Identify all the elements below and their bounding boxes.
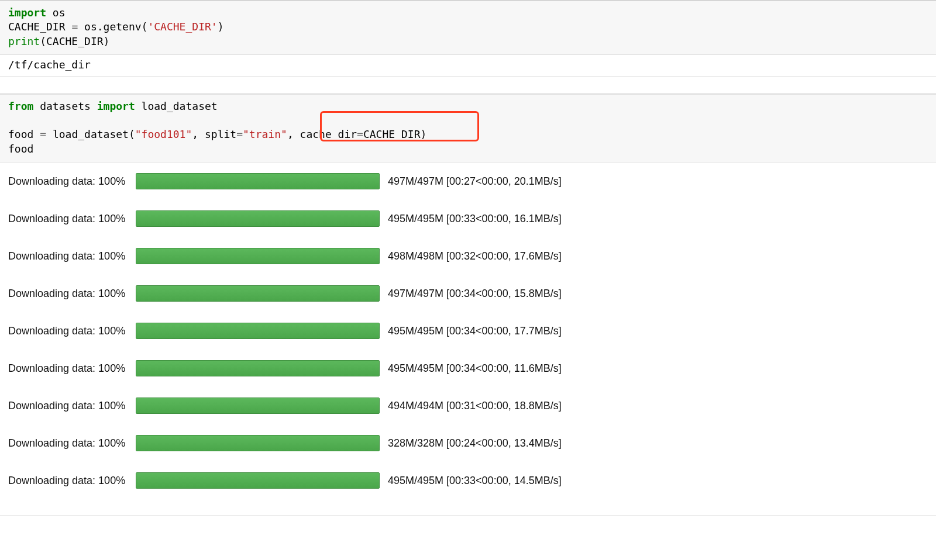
progress-bar [136,248,380,264]
notebook-view: import os CACHE_DIR = os.getenv('CACHE_D… [0,0,936,516]
progress-row: Downloading data: 100%497M/497M [00:27<0… [8,173,928,189]
progress-bar-fill [136,435,379,451]
progress-stats: 495M/495M [00:34<00:00, 17.7MB/s] [388,325,562,337]
progress-stats: 328M/328M [00:24<00:00, 13.4MB/s] [388,437,562,450]
progress-bar-fill [136,286,379,301]
train-string: "train" [243,128,287,140]
progress-bar-fill [136,473,379,488]
progress-stats: 497M/497M [00:27<00:00, 20.1MB/s] [388,175,562,188]
mod-datasets: datasets [33,100,97,112]
equals-op-2: = [40,128,53,140]
progress-bar-fill [136,174,379,189]
kw-from: from [8,100,33,112]
progress-bar [136,472,380,489]
progress-bar [136,397,380,414]
progress-label: Downloading data: 100% [8,175,136,188]
code-cell-1-output: /tf/cache_dir [0,55,936,77]
progress-stats: 497M/497M [00:34<00:00, 15.8MB/s] [388,288,562,300]
progress-stats: 495M/495M [00:33<00:00, 14.5MB/s] [388,475,562,487]
progress-label: Downloading data: 100% [8,437,136,450]
cache-dir-string: 'CACHE_DIR' [147,20,217,33]
code-cell-2[interactable]: from datasets import load_dataset food =… [0,94,936,516]
progress-row: Downloading data: 100%494M/494M [00:31<0… [8,397,928,414]
code-cell-1[interactable]: import os CACHE_DIR = os.getenv('CACHE_D… [0,0,936,77]
split-kw: , split [192,128,236,140]
progress-stats: 495M/495M [00:33<00:00, 16.1MB/s] [388,213,562,225]
progress-bar-fill [136,398,379,413]
food-expr: food [8,143,33,155]
progress-label: Downloading data: 100% [8,288,136,300]
equals-op: = [71,20,84,33]
cache-dir-kw: , cache_dir [287,128,357,140]
code-cell-1-input[interactable]: import os CACHE_DIR = os.getenv('CACHE_D… [0,1,936,55]
progress-label: Downloading data: 100% [8,213,136,225]
getenv-call-a: os.getenv( [84,20,147,33]
cache-dir-lhs: CACHE_DIR [8,20,71,33]
print-arg: (CACHE_DIR) [40,35,109,47]
progress-stats: 498M/498M [00:32<00:00, 17.6MB/s] [388,250,562,262]
progress-bar [136,285,380,302]
kw-import: import [8,6,46,19]
progress-label: Downloading data: 100% [8,362,136,375]
progress-bar-fill [136,248,379,264]
progress-row: Downloading data: 100%328M/328M [00:24<0… [8,435,928,451]
progress-stats: 495M/495M [00:34<00:00, 11.6MB/s] [388,362,562,375]
progress-row: Downloading data: 100%495M/495M [00:34<0… [8,323,928,339]
progress-bar [136,435,380,451]
progress-row: Downloading data: 100%498M/498M [00:32<0… [8,248,928,264]
progress-bar [136,173,380,189]
food101-string: "food101" [135,128,192,140]
progress-stats: 494M/494M [00:31<00:00, 18.8MB/s] [388,400,562,412]
kw-import-2: import [97,100,135,112]
mod-os: os [46,6,66,19]
print-builtin: print [8,35,40,47]
progress-bar [136,210,380,227]
equals-op-4: = [357,128,363,140]
code-cell-1-code[interactable]: import os CACHE_DIR = os.getenv('CACHE_D… [8,6,928,49]
code-cell-2-code[interactable]: from datasets import load_dataset food =… [8,99,928,156]
progress-label: Downloading data: 100% [8,475,136,487]
getenv-call-b: ) [218,20,224,33]
progress-label: Downloading data: 100% [8,250,136,262]
code-cell-2-output: Downloading data: 100%497M/497M [00:27<0… [0,163,936,516]
progress-row: Downloading data: 100%495M/495M [00:34<0… [8,360,928,376]
fn-load-dataset: load_dataset [135,100,218,112]
progress-bar-fill [136,361,379,376]
code-cell-2-wrap: from datasets import load_dataset food =… [0,94,936,516]
equals-op-3: = [236,128,243,140]
progress-row: Downloading data: 100%495M/495M [00:33<0… [8,472,928,489]
progress-bar-fill [136,211,379,226]
progress-label: Downloading data: 100% [8,400,136,412]
progress-label: Downloading data: 100% [8,325,136,337]
code-cell-2-input[interactable]: from datasets import load_dataset food =… [0,94,936,163]
cache-dir-arg: CACHE_DIR) [363,128,426,140]
load-dataset-call: load_dataset( [53,128,135,140]
progress-bar [136,360,380,376]
progress-bar-fill [136,323,379,338]
food-var: food [8,128,40,140]
progress-row: Downloading data: 100%497M/497M [00:34<0… [8,285,928,302]
progress-row: Downloading data: 100%495M/495M [00:33<0… [8,210,928,227]
progress-bar [136,323,380,339]
